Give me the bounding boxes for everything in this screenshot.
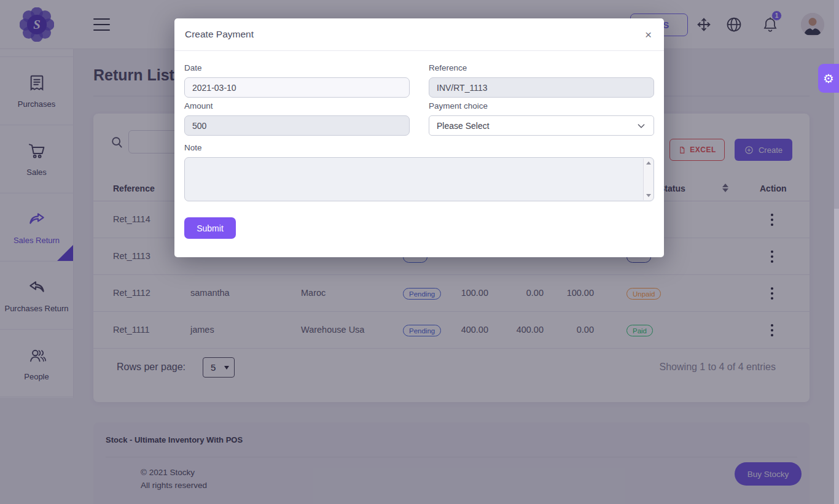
reference-label: Reference (429, 63, 654, 72)
payment-choice-select[interactable]: Please Select (429, 115, 654, 136)
scrollbar-thumb[interactable] (834, 0, 839, 209)
note-label: Note (184, 143, 654, 152)
payment-choice-label: Payment choice (429, 101, 654, 110)
payment-choice-value: Please Select (437, 121, 490, 131)
date-field[interactable] (184, 77, 410, 98)
date-label: Date (184, 63, 410, 72)
reference-field (429, 77, 654, 98)
scroll-down-icon[interactable] (646, 194, 651, 197)
textarea-scrollbar[interactable] (643, 158, 653, 200)
create-payment-modal: Create Payment × Date Reference Amount P… (174, 18, 664, 257)
modal-body: Date Reference Amount Payment choice Ple… (174, 51, 664, 239)
chevron-down-icon (636, 121, 646, 131)
modal-title: Create Payment (185, 29, 254, 40)
scroll-up-icon[interactable] (646, 161, 651, 165)
modal-header: Create Payment × (174, 18, 664, 51)
amount-field (184, 115, 410, 136)
submit-button[interactable]: Submit (184, 217, 236, 239)
app-screen: S POS 1 (0, 0, 839, 504)
settings-gear-icon[interactable]: ⚙ (818, 64, 839, 93)
amount-label: Amount (184, 101, 410, 110)
note-textarea[interactable] (184, 157, 654, 201)
close-icon[interactable]: × (645, 29, 652, 41)
